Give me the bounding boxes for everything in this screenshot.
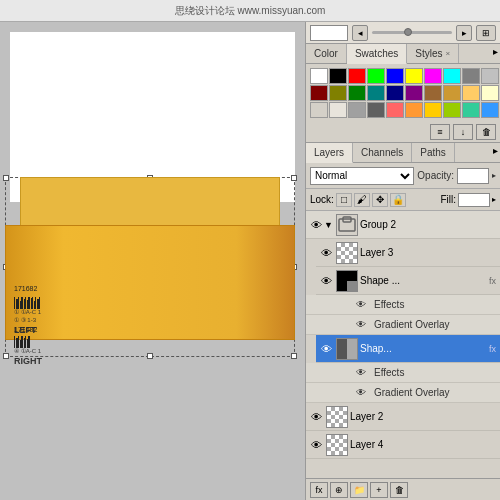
panel-swatches-arrow[interactable]: ▸ bbox=[491, 44, 500, 63]
swatch-cell-19[interactable] bbox=[481, 85, 499, 101]
layer-new-fill-btn[interactable]: ⊕ bbox=[330, 482, 348, 498]
swatch-cell-22[interactable] bbox=[348, 102, 366, 118]
layer-row-group2[interactable]: 👁 ▼ Group 2 bbox=[306, 211, 500, 239]
layer-eye-layer2[interactable]: 👁 bbox=[308, 409, 324, 425]
layer-eye-layer4[interactable]: 👁 bbox=[308, 437, 324, 453]
swatches-delete-btn[interactable]: 🗑 bbox=[476, 124, 496, 140]
swatch-cell-5[interactable] bbox=[405, 68, 423, 84]
layer-row-shape-fx[interactable]: 👁 Shape ... fx bbox=[316, 267, 500, 295]
layer-row-shap-selected[interactable]: 👁 Shap... fx bbox=[316, 335, 500, 363]
layers-list[interactable]: 👁 ▼ Group 2 👁 Layer 3 👁 bbox=[306, 211, 500, 478]
swatch-cell-2[interactable] bbox=[348, 68, 366, 84]
swatch-cell-25[interactable] bbox=[405, 102, 423, 118]
effect-eye-g1[interactable]: 👁 bbox=[356, 319, 370, 330]
layer-fx-btn[interactable]: fx bbox=[310, 482, 328, 498]
lock-paint-btn[interactable]: 🖌 bbox=[354, 193, 370, 207]
swatch-cell-4[interactable] bbox=[386, 68, 404, 84]
swatch-cell-0[interactable] bbox=[310, 68, 328, 84]
swatch-cell-13[interactable] bbox=[367, 85, 385, 101]
swatch-cell-8[interactable] bbox=[462, 68, 480, 84]
lock-transparency-btn[interactable]: □ bbox=[336, 193, 352, 207]
zoom-decrease-btn[interactable]: ◂ bbox=[352, 25, 368, 41]
swatch-cell-12[interactable] bbox=[348, 85, 366, 101]
handle-tr[interactable] bbox=[291, 175, 297, 181]
swatch-cell-9[interactable] bbox=[481, 68, 499, 84]
swatch-cell-28[interactable] bbox=[462, 102, 480, 118]
swatch-cell-14[interactable] bbox=[386, 85, 404, 101]
layer-new-layer-btn[interactable]: + bbox=[370, 482, 388, 498]
swatch-cell-26[interactable] bbox=[424, 102, 442, 118]
layer-row-layer2[interactable]: 👁 Layer 2 bbox=[306, 403, 500, 431]
swatch-cell-7[interactable] bbox=[443, 68, 461, 84]
layer-expand-group2[interactable]: ▼ bbox=[324, 220, 333, 230]
layer-row-layer3[interactable]: 👁 Layer 3 bbox=[316, 239, 500, 267]
handle-bc[interactable] bbox=[147, 353, 153, 359]
swatch-cell-23[interactable] bbox=[367, 102, 385, 118]
layer-name-shape-fx: Shape ... bbox=[360, 275, 489, 286]
swatch-cell-6[interactable] bbox=[424, 68, 442, 84]
swatch-cell-17[interactable] bbox=[443, 85, 461, 101]
zoom-input[interactable]: 100% bbox=[310, 25, 348, 41]
tab-color[interactable]: Color bbox=[306, 44, 347, 63]
box-container[interactable]: ✛ 171682 bbox=[5, 177, 295, 357]
panel-layers-arrow[interactable]: ▸ bbox=[491, 143, 500, 162]
swatch-cell-3[interactable] bbox=[367, 68, 385, 84]
layer-row-layer4[interactable]: 👁 Layer 4 bbox=[306, 431, 500, 459]
swatch-cell-29[interactable] bbox=[481, 102, 499, 118]
tab-paths[interactable]: Paths bbox=[412, 143, 455, 162]
zoom-fit-btn[interactable]: ⊞ bbox=[476, 25, 496, 41]
layer-fx-shap[interactable]: fx bbox=[489, 344, 496, 354]
swatches-new-btn[interactable]: ↓ bbox=[453, 124, 473, 140]
swatch-cell-11[interactable] bbox=[329, 85, 347, 101]
layer-eye-layer3[interactable]: 👁 bbox=[318, 245, 334, 261]
layer-eye-shape-fx[interactable]: 👁 bbox=[318, 273, 334, 289]
swatch-cell-16[interactable] bbox=[424, 85, 442, 101]
layer-thumb-shap bbox=[336, 338, 358, 360]
tab-swatches[interactable]: Swatches bbox=[347, 44, 407, 64]
fill-label: Fill: bbox=[440, 194, 456, 205]
lock-move-btn[interactable]: ✥ bbox=[372, 193, 388, 207]
layer-name-layer4: Layer 4 bbox=[350, 439, 498, 450]
effect-eye-2[interactable]: 👁 bbox=[356, 367, 370, 378]
canvas-area: ✛ 171682 bbox=[0, 22, 305, 500]
handle-br[interactable] bbox=[291, 353, 297, 359]
layer-new-group-btn[interactable]: 📁 bbox=[350, 482, 368, 498]
tab-layers[interactable]: Layers bbox=[306, 143, 353, 163]
zoom-increase-btn[interactable]: ▸ bbox=[456, 25, 472, 41]
layers-lock-bar: Lock: □ 🖌 ✥ 🔒 Fill: 100% ▸ bbox=[306, 189, 500, 211]
effect-eye-g2[interactable]: 👁 bbox=[356, 387, 370, 398]
handle-bl[interactable] bbox=[3, 353, 9, 359]
swatch-cell-27[interactable] bbox=[443, 102, 461, 118]
zoom-thumb[interactable] bbox=[404, 28, 412, 36]
layer-eye-shap[interactable]: 👁 bbox=[318, 341, 334, 357]
fill-input[interactable]: 100% bbox=[458, 193, 490, 207]
effect-gradient-label-2: Gradient Overlay bbox=[374, 387, 450, 398]
layer-fx-shape-fx[interactable]: fx bbox=[489, 276, 496, 286]
box-label-right-area: 171682 ④ ①A-C 1 R bbox=[14, 326, 42, 366]
swatch-cell-10[interactable] bbox=[310, 85, 328, 101]
effect-eye-1[interactable]: 👁 bbox=[356, 299, 370, 310]
swatch-cell-21[interactable] bbox=[329, 102, 347, 118]
layers-panel: Layers Channels Paths ▸ Normal Multiply … bbox=[306, 143, 500, 500]
right-panel: 100% ◂ ▸ ⊞ Color Swatches Styles × ▸ ≡ ↓ bbox=[305, 22, 500, 500]
box-number-left: 171682 bbox=[14, 284, 114, 294]
lock-all-btn[interactable]: 🔒 bbox=[390, 193, 406, 207]
swatches-menu-btn[interactable]: ≡ bbox=[430, 124, 450, 140]
barcode-left bbox=[14, 295, 114, 309]
opacity-input[interactable]: 100% bbox=[457, 168, 489, 184]
blend-mode-select[interactable]: Normal Multiply Screen bbox=[310, 167, 414, 185]
zoom-slider[interactable] bbox=[372, 31, 452, 34]
handle-tl[interactable] bbox=[3, 175, 9, 181]
tab-styles[interactable]: Styles × bbox=[407, 44, 459, 63]
swatch-cell-18[interactable] bbox=[462, 85, 480, 101]
layer-eye-group2[interactable]: 👁 bbox=[308, 217, 324, 233]
layer-delete-btn[interactable]: 🗑 bbox=[390, 482, 408, 498]
swatch-cell-20[interactable] bbox=[310, 102, 328, 118]
fill-arrow[interactable]: ▸ bbox=[492, 195, 496, 204]
tab-channels[interactable]: Channels bbox=[353, 143, 412, 162]
tab-styles-close[interactable]: × bbox=[446, 49, 451, 58]
opacity-arrow[interactable]: ▸ bbox=[492, 171, 496, 180]
swatch-cell-1[interactable] bbox=[329, 68, 347, 84]
swatch-cell-15[interactable] bbox=[405, 85, 423, 101]
swatch-cell-24[interactable] bbox=[386, 102, 404, 118]
